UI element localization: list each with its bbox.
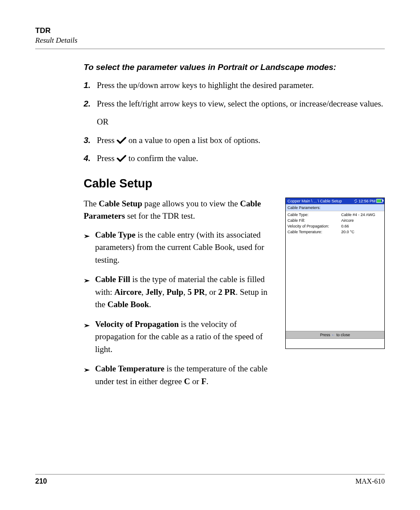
device-status: 12:56 PM	[354, 199, 383, 203]
page-footer: 210 MAX-610	[35, 474, 385, 485]
footer-rule	[35, 474, 385, 475]
running-header: TDR Result Details	[35, 26, 385, 45]
arrow-bullet-icon	[84, 275, 95, 288]
device-param-row: Cable Fill:Aircore	[287, 218, 383, 224]
device-section-label: Cable Parameters:	[286, 204, 384, 211]
device-params: Cable Type:Cable #4 - 24 AWGCable Fill:A…	[286, 211, 384, 235]
device-param-value: Aircore	[341, 218, 354, 224]
arrow-bullet-icon	[84, 320, 95, 333]
section-heading: Cable Setup	[84, 177, 385, 191]
step-number: 3.	[84, 134, 97, 147]
device-param-value: 20.0 °C	[341, 229, 354, 235]
section-body: The Cable Setup page allows you to view …	[84, 198, 277, 395]
model-number: MAX-610	[355, 477, 385, 485]
device-param-label: Velocity of Propagation:	[287, 224, 341, 229]
device-time: 12:56 PM	[358, 199, 376, 203]
instructions-lead: To select the parameter values in Portra…	[84, 62, 385, 72]
step-or: OR	[97, 116, 385, 128]
device-param-value: Cable #4 - 24 AWG	[341, 212, 375, 218]
step-2: 2. Press the left/right arrow keys to vi…	[84, 98, 385, 128]
intro-paragraph: The Cable Setup page allows you to view …	[84, 198, 277, 223]
bullet-item: Cable Fill is the type of material the c…	[84, 273, 277, 311]
sync-icon	[354, 199, 357, 203]
step-text: Press the left/right arrow keys to view,…	[97, 98, 385, 128]
chapter-subtitle: Result Details	[35, 36, 385, 45]
bullet-list: Cable Type is the cable entry (with its …	[84, 229, 277, 388]
step-text: Press on a value to open a list box of o…	[97, 134, 385, 147]
device-footer: Press ← to close	[286, 331, 384, 339]
battery-icon	[376, 199, 383, 203]
bullet-text: Cable Temperature is the temperature of …	[95, 363, 277, 388]
step-number: 2.	[84, 98, 97, 110]
device-breadcrumb: Copper Main \ ... \ Cable Setup	[287, 199, 342, 203]
step-4: 4. Press to confirm the value.	[84, 152, 385, 165]
bullet-item: Cable Temperature is the temperature of …	[84, 363, 277, 388]
step-3: 3. Press on a value to open a list box o…	[84, 134, 385, 147]
check-icon	[117, 155, 126, 162]
step-text: Press the up/down arrow keys to highligh…	[97, 79, 385, 92]
bullet-text: Velocity of Propagation is the velocity …	[95, 318, 277, 356]
check-icon	[117, 137, 126, 144]
step-1: 1. Press the up/down arrow keys to highl…	[84, 79, 385, 92]
device-screenshot: Copper Main \ ... \ Cable Setup 12:56 PM…	[285, 198, 385, 349]
bullet-text: Cable Fill is the type of material the c…	[95, 273, 277, 311]
bullet-item: Cable Type is the cable entry (with its …	[84, 229, 277, 267]
device-param-row: Cable Type:Cable #4 - 24 AWG	[287, 212, 383, 218]
instruction-steps: 1. Press the up/down arrow keys to highl…	[84, 79, 385, 165]
step-text: Press to confirm the value.	[97, 152, 385, 165]
bullet-text: Cable Type is the cable entry (with its …	[95, 229, 277, 267]
header-rule	[35, 48, 385, 49]
device-param-label: Cable Temperature:	[287, 229, 341, 235]
step-number: 4.	[84, 152, 97, 165]
device-param-value: 0.66	[341, 224, 349, 229]
page-number: 210	[35, 477, 47, 485]
chapter-title: TDR	[35, 26, 385, 35]
device-blank-area	[286, 235, 384, 331]
arrow-bullet-icon	[84, 364, 95, 377]
device-param-label: Cable Fill:	[287, 218, 341, 224]
device-param-label: Cable Type:	[287, 212, 341, 218]
step-number: 1.	[84, 79, 97, 92]
device-bottom-gap	[286, 339, 384, 349]
device-titlebar: Copper Main \ ... \ Cable Setup 12:56 PM	[286, 198, 384, 204]
device-param-row: Cable Temperature:20.0 °C	[287, 229, 383, 235]
bullet-item: Velocity of Propagation is the velocity …	[84, 318, 277, 356]
arrow-bullet-icon	[84, 231, 95, 243]
device-param-row: Velocity of Propagation:0.66	[287, 224, 383, 229]
